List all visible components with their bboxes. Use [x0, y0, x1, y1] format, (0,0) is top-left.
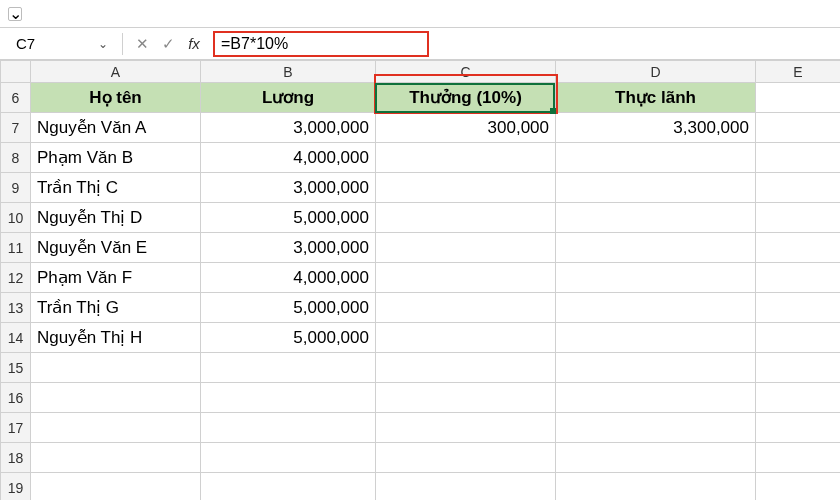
row-header[interactable]: 19 [1, 473, 31, 501]
row-header[interactable]: 12 [1, 263, 31, 293]
cell[interactable] [31, 383, 201, 413]
row-header[interactable]: 7 [1, 113, 31, 143]
header-total[interactable]: Thực lãnh [556, 83, 756, 113]
cell-total[interactable] [556, 263, 756, 293]
cell-bonus[interactable] [376, 203, 556, 233]
header-salary[interactable]: Lương [201, 83, 376, 113]
table-row: 13Trần Thị G5,000,000 [1, 293, 841, 323]
cell[interactable] [756, 473, 841, 501]
row-header[interactable]: 13 [1, 293, 31, 323]
cell-name[interactable]: Trần Thị C [31, 173, 201, 203]
cell[interactable] [376, 353, 556, 383]
cell-bonus[interactable] [376, 143, 556, 173]
cell[interactable] [31, 413, 201, 443]
cell[interactable] [31, 443, 201, 473]
worksheet[interactable]: A B C D E 6 Họ tên Lương Thưởng (10%) Th… [0, 60, 840, 500]
cell[interactable] [376, 443, 556, 473]
accept-formula-button[interactable]: ✓ [157, 33, 179, 55]
cell-bonus[interactable] [376, 173, 556, 203]
cell-total[interactable] [556, 143, 756, 173]
col-header-d[interactable]: D [556, 61, 756, 83]
row-header[interactable]: 10 [1, 203, 31, 233]
cell-name[interactable]: Nguyễn Thị H [31, 323, 201, 353]
cell[interactable] [556, 443, 756, 473]
row-header[interactable]: 16 [1, 383, 31, 413]
cell-total[interactable] [556, 293, 756, 323]
cell-name[interactable]: Nguyễn Thị D [31, 203, 201, 233]
cell-total[interactable] [556, 323, 756, 353]
cell-bonus[interactable] [376, 233, 556, 263]
cell[interactable] [31, 353, 201, 383]
row-header[interactable]: 18 [1, 443, 31, 473]
cell-name[interactable]: Nguyễn Văn A [31, 113, 201, 143]
name-box[interactable] [12, 33, 92, 55]
cell[interactable] [556, 353, 756, 383]
grid[interactable]: A B C D E 6 Họ tên Lương Thưởng (10%) Th… [0, 60, 840, 500]
cell[interactable] [556, 383, 756, 413]
cell[interactable] [376, 383, 556, 413]
cell-bonus[interactable]: 300,000 [376, 113, 556, 143]
row-header[interactable]: 11 [1, 233, 31, 263]
col-header-a[interactable]: A [31, 61, 201, 83]
cell-name[interactable]: Phạm Văn B [31, 143, 201, 173]
row-header[interactable]: 8 [1, 143, 31, 173]
cell-salary[interactable]: 4,000,000 [201, 263, 376, 293]
row-header[interactable]: 9 [1, 173, 31, 203]
cell[interactable] [756, 83, 841, 113]
col-header-e[interactable]: E [756, 61, 841, 83]
insert-function-button[interactable]: fx [183, 33, 205, 55]
cell[interactable] [376, 413, 556, 443]
row-header[interactable]: 17 [1, 413, 31, 443]
cell[interactable] [201, 383, 376, 413]
header-bonus[interactable]: Thưởng (10%) [376, 83, 556, 113]
cell[interactable] [756, 353, 841, 383]
header-name[interactable]: Họ tên [31, 83, 201, 113]
cell[interactable] [31, 473, 201, 501]
cell-total[interactable] [556, 233, 756, 263]
cell[interactable] [756, 263, 841, 293]
cell[interactable] [756, 143, 841, 173]
quick-access-dropdown[interactable]: ⌄ [8, 7, 22, 21]
cell-salary[interactable]: 4,000,000 [201, 143, 376, 173]
cell[interactable] [756, 293, 841, 323]
cell[interactable] [756, 413, 841, 443]
cell-bonus[interactable] [376, 263, 556, 293]
cell[interactable] [756, 383, 841, 413]
cell[interactable] [756, 443, 841, 473]
cell-bonus[interactable] [376, 293, 556, 323]
cell-salary[interactable]: 3,000,000 [201, 113, 376, 143]
cell[interactable] [376, 473, 556, 501]
cell-salary[interactable]: 5,000,000 [201, 203, 376, 233]
cell[interactable] [201, 473, 376, 501]
cell[interactable] [556, 413, 756, 443]
select-all-corner[interactable] [1, 61, 31, 83]
cell-total[interactable] [556, 203, 756, 233]
formula-input[interactable] [221, 35, 421, 53]
cell-salary[interactable]: 3,000,000 [201, 233, 376, 263]
cell-bonus[interactable] [376, 323, 556, 353]
cell-name[interactable]: Trần Thị G [31, 293, 201, 323]
cell-name[interactable]: Nguyễn Văn E [31, 233, 201, 263]
row-header[interactable]: 15 [1, 353, 31, 383]
cell[interactable] [556, 473, 756, 501]
cell-total[interactable] [556, 173, 756, 203]
cell-name[interactable]: Phạm Văn F [31, 263, 201, 293]
cell-total[interactable]: 3,300,000 [556, 113, 756, 143]
col-header-b[interactable]: B [201, 61, 376, 83]
cell[interactable] [756, 173, 841, 203]
cell[interactable] [201, 443, 376, 473]
cell[interactable] [756, 233, 841, 263]
cell-salary[interactable]: 5,000,000 [201, 293, 376, 323]
row-header[interactable]: 6 [1, 83, 31, 113]
row-header[interactable]: 14 [1, 323, 31, 353]
col-header-c[interactable]: C [376, 61, 556, 83]
cell[interactable] [201, 353, 376, 383]
cancel-formula-button[interactable]: ✕ [131, 33, 153, 55]
cell-salary[interactable]: 5,000,000 [201, 323, 376, 353]
cell[interactable] [756, 323, 841, 353]
cell[interactable] [201, 413, 376, 443]
cell[interactable] [756, 113, 841, 143]
cell[interactable] [756, 203, 841, 233]
cell-salary[interactable]: 3,000,000 [201, 173, 376, 203]
name-box-dropdown-icon[interactable]: ⌄ [98, 37, 108, 51]
